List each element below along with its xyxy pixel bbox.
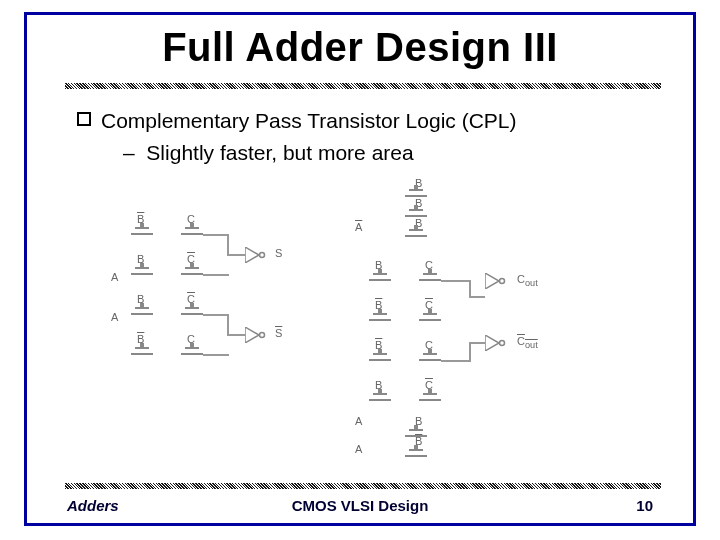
transistor-icon: [405, 209, 427, 225]
wire: [203, 354, 229, 356]
checkbox-icon: [77, 112, 91, 126]
transistor-icon: [131, 267, 153, 283]
transistor-icon: [131, 347, 153, 363]
transistor-icon: [405, 449, 427, 465]
slide-border: Full Adder Design III Complementary Pass…: [24, 12, 696, 526]
lbl-ab1: A: [355, 415, 362, 427]
wire: [227, 314, 229, 336]
inverter-icon: [485, 335, 507, 351]
divider-bottom: [65, 483, 661, 489]
transistor-icon: [369, 393, 391, 409]
wire: [469, 296, 485, 298]
svg-point-3: [260, 333, 265, 338]
bullet-2: – Slightly faster, but more area: [123, 139, 667, 167]
transistor-icon: [419, 313, 441, 329]
transistor-icon: [181, 307, 203, 323]
transistor-icon: [181, 347, 203, 363]
svg-point-7: [500, 341, 505, 346]
transistor-icon: [369, 313, 391, 329]
divider-top: [65, 83, 661, 89]
transistor-icon: [369, 273, 391, 289]
lbl-s: S: [275, 247, 282, 259]
cpl-schematic: B B B B C C C C A A: [117, 185, 617, 465]
inverter-icon: [245, 247, 267, 263]
lbl-s-bar: S: [275, 327, 282, 339]
lbl-a2: A: [111, 311, 118, 323]
inverter-icon: [245, 327, 267, 343]
wire: [469, 342, 471, 362]
wire: [227, 334, 245, 336]
wire: [203, 234, 229, 236]
transistor-icon: [405, 229, 427, 245]
svg-point-5: [500, 279, 505, 284]
svg-point-1: [260, 253, 265, 258]
lbl-a1: A: [111, 271, 118, 283]
inverter-icon: [485, 273, 507, 289]
transistor-icon: [405, 429, 427, 445]
wire: [469, 342, 485, 344]
lbl-cout: Cout: [517, 273, 538, 288]
transistor-icon: [181, 267, 203, 283]
lbl-a-bar-r: A: [355, 221, 362, 233]
bullet-1: Complementary Pass Transistor Logic (CPL…: [77, 107, 667, 135]
footer-center: CMOS VLSI Design: [27, 497, 693, 514]
bullet-block: Complementary Pass Transistor Logic (CPL…: [77, 107, 667, 168]
transistor-icon: [405, 189, 427, 205]
transistor-icon: [419, 353, 441, 369]
page-title: Full Adder Design III: [27, 25, 693, 70]
svg-marker-2: [245, 327, 259, 343]
slide: Full Adder Design III Complementary Pass…: [0, 0, 720, 540]
bullet-2-text: Slightly faster, but more area: [146, 141, 413, 164]
wire: [441, 360, 471, 362]
footer-right: 10: [636, 497, 653, 514]
svg-marker-6: [485, 335, 499, 351]
lbl-ab2: A: [355, 443, 362, 455]
wire: [227, 234, 229, 256]
svg-marker-0: [245, 247, 259, 263]
wire: [203, 274, 229, 276]
wire: [203, 314, 229, 316]
wire: [441, 280, 471, 282]
bullet-1-text: Complementary Pass Transistor Logic (CPL…: [101, 107, 516, 135]
transistor-icon: [131, 307, 153, 323]
svg-marker-4: [485, 273, 499, 289]
lbl-cout-bar: Cout: [517, 335, 538, 350]
transistor-icon: [419, 273, 441, 289]
transistor-icon: [181, 227, 203, 243]
transistor-icon: [369, 353, 391, 369]
wire: [227, 254, 245, 256]
transistor-icon: [131, 227, 153, 243]
transistor-icon: [419, 393, 441, 409]
